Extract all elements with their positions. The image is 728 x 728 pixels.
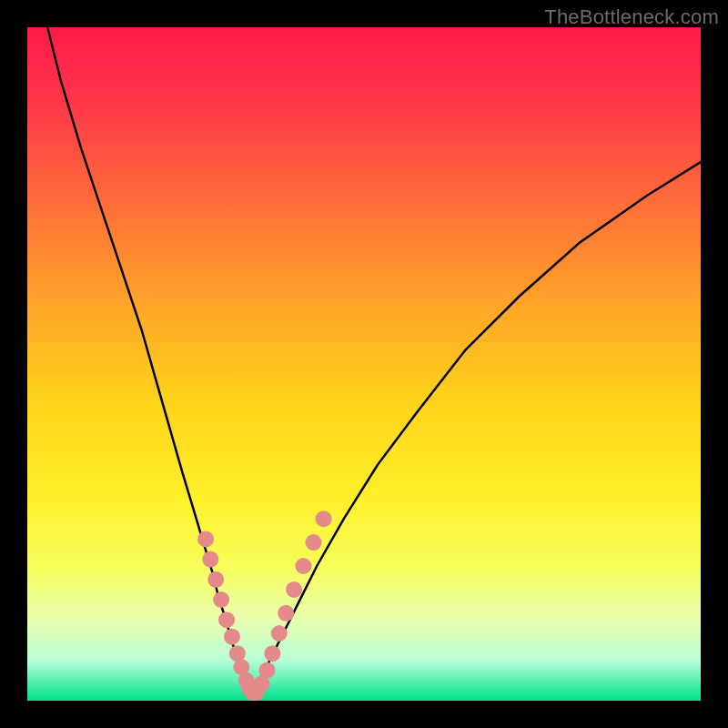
- right-curve: [253, 162, 701, 694]
- marker-point: [213, 592, 229, 608]
- marker-point: [316, 511, 332, 527]
- watermark-text: TheBottleneck.com: [544, 5, 719, 29]
- marker-point: [197, 531, 214, 547]
- marker-point: [224, 629, 240, 645]
- marker-point: [207, 571, 224, 588]
- marker-point: [218, 612, 235, 628]
- marker-point: [258, 662, 275, 679]
- marker-point: [202, 551, 218, 568]
- marker-point: [306, 534, 322, 551]
- outer-frame: TheBottleneck.com: [0, 0, 728, 728]
- markers: [197, 511, 332, 701]
- marker-point: [264, 645, 280, 662]
- chart-svg: [27, 27, 701, 701]
- marker-point: [295, 558, 311, 574]
- marker-point: [271, 625, 288, 642]
- marker-point: [286, 581, 302, 598]
- marker-point: [278, 605, 294, 622]
- plot-area: [27, 27, 701, 701]
